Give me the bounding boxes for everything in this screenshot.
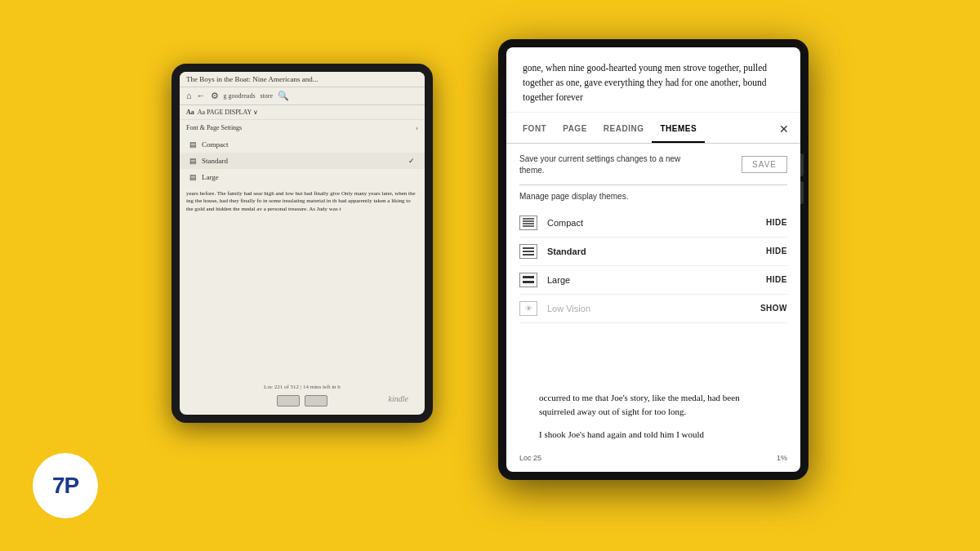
kindle-oasis: gone, when nine good-hearted young men s…	[498, 39, 808, 480]
low-vision-theme-name: Low Vision	[547, 304, 760, 313]
theme-row-large[interactable]: Large HIDE	[519, 266, 787, 295]
tab-font[interactable]: FONT	[514, 116, 555, 143]
settings-icon[interactable]: ⚙	[211, 91, 219, 101]
store-icon[interactable]: store	[261, 92, 274, 100]
theme-row-compact[interactable]: Compact HIDE	[519, 209, 787, 238]
bottom-text-1: occurred to me that Joe's story, like th…	[539, 393, 740, 417]
top-reading-text: gone, when nine good-hearted young men s…	[523, 63, 767, 103]
kindle-back-title: The Boys in the Boat: Nine Americans and…	[186, 75, 318, 83]
kindle-back-icons: ⌂ ← ⚙ g goodreads store 🔍	[180, 91, 425, 105]
page-display-bar[interactable]: Aa Aa PAGE DISPLAY ∨	[180, 105, 425, 120]
menu-item-standard[interactable]: ▤ Standard ✓	[180, 153, 425, 169]
home-icon[interactable]: ⌂	[186, 91, 192, 100]
kindle-back-screen: The Boys in the Boat: Nine Americans and…	[180, 72, 425, 415]
kindle-btn-left[interactable]	[277, 395, 300, 407]
large-label: Large	[202, 173, 219, 181]
menu-item-large[interactable]: ▤ Large	[180, 169, 425, 185]
themes-tabs: FONT PAGE READING THEMES ✕	[506, 116, 800, 144]
front-footer: Loc 25 1%	[506, 451, 800, 465]
themes-divider	[519, 184, 787, 185]
footer-percent: 1%	[777, 454, 787, 462]
large-theme-icon	[519, 273, 537, 287]
footer-loc: Loc 25	[519, 454, 541, 462]
tab-reading[interactable]: READING	[595, 116, 653, 143]
devices-container: The Boys in the Boat: Nine Americans and…	[172, 39, 808, 513]
kindle-brand-label: kindle	[389, 394, 408, 403]
themes-save-text: Save your current settings changes to a …	[519, 153, 683, 176]
standard-theme-icon	[519, 244, 537, 259]
eye-icon: 👁	[525, 304, 532, 313]
kindle-back-buttons	[277, 395, 327, 407]
large-theme-name: Large	[547, 275, 766, 285]
front-bottom-text-2: I shook Joe's hand again and told him I …	[523, 424, 784, 447]
chevron-right-icon: ›	[416, 124, 418, 131]
compact-label: Compact	[202, 140, 229, 149]
tab-themes[interactable]: THEMES	[652, 116, 705, 143]
kindle-front-screen: gone, when nine good-hearted young men s…	[506, 47, 800, 472]
standard-icon: ▤	[189, 157, 197, 165]
kindle-back-topbar: The Boys in the Boat: Nine Americans and…	[180, 72, 425, 87]
font-settings-item[interactable]: Font & Page Settings ›	[180, 120, 425, 136]
kindle-paperwhite: The Boys in the Boat: Nine Americans and…	[172, 64, 433, 423]
large-theme-action[interactable]: HIDE	[766, 275, 787, 284]
standard-label: Standard	[202, 157, 228, 165]
large-icon: ▤	[189, 173, 197, 181]
font-settings-label: Font & Page Settings	[186, 124, 242, 131]
standard-theme-action[interactable]: HIDE	[766, 247, 787, 256]
compact-theme-icon	[519, 216, 537, 230]
tab-page[interactable]: PAGE	[555, 116, 595, 143]
themes-manage-text: Manage page display themes.	[519, 192, 787, 201]
kindle-back-footer: Loc 221 of 512 | 14 mins left in b	[180, 384, 425, 390]
compact-theme-name: Compact	[547, 218, 766, 228]
kindle-back-loc: Loc 221 of 512 | 14 mins left in b	[264, 384, 341, 390]
logo-text: 7P	[52, 473, 78, 499]
low-vision-theme-action[interactable]: SHOW	[760, 304, 787, 313]
front-bottom-section: occurred to me that Joe's story, like th…	[506, 383, 800, 447]
standard-theme-name: Standard	[547, 247, 766, 256]
page-display-label: Aa PAGE DISPLAY ∨	[198, 109, 258, 116]
low-vision-theme-icon: 👁	[519, 301, 537, 316]
save-button[interactable]: SAVE	[742, 156, 787, 173]
themes-panel: FONT PAGE READING THEMES ✕ Save your cur…	[506, 116, 800, 333]
goodreads-icon[interactable]: g goodreads	[224, 92, 256, 100]
themes-body: Save your current settings changes to a …	[506, 144, 800, 333]
themes-save-row: Save your current settings changes to a …	[519, 153, 787, 176]
theme-row-low-vision[interactable]: 👁 Low Vision SHOW	[519, 295, 787, 323]
compact-theme-action[interactable]: HIDE	[766, 218, 787, 227]
kindle-btn-right[interactable]	[305, 395, 327, 407]
menu-item-compact[interactable]: ▤ Compact	[180, 136, 425, 153]
close-icon[interactable]: ✕	[776, 116, 792, 143]
back-icon[interactable]: ←	[197, 91, 206, 100]
back-content-text: years before. The family had sear high a…	[186, 190, 416, 213]
checkmark-icon: ✓	[408, 157, 415, 165]
front-top-text: gone, when nine good-hearted young men s…	[506, 47, 800, 113]
bottom-text-2: I shook Joe's hand again and told him I …	[539, 429, 704, 439]
theme-row-standard[interactable]: Standard HIDE	[519, 238, 787, 266]
front-bottom-text-1: occurred to me that Joe's story, like th…	[523, 383, 784, 424]
compact-icon: ▤	[189, 140, 197, 149]
logo-circle: 7P	[33, 453, 98, 518]
search-icon[interactable]: 🔍	[278, 91, 289, 101]
kindle-back-content: years before. The family had sear high a…	[180, 185, 425, 219]
